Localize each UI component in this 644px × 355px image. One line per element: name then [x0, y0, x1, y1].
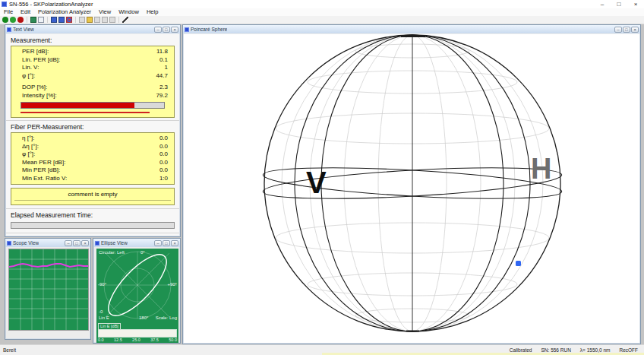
close-button[interactable]: × [171, 27, 178, 33]
text-view-title: Text View [13, 27, 34, 32]
color-settings-icon[interactable] [87, 17, 93, 23]
maximize-button[interactable]: □ [73, 240, 80, 246]
measurement-header: Measurement: [6, 34, 179, 46]
toolbar-separator [27, 17, 27, 23]
menu-help[interactable]: Help [143, 8, 162, 16]
delta-eta-label: Δη [°]: [22, 143, 39, 151]
save-icon[interactable] [51, 17, 57, 23]
phi-value: 44.7 [156, 72, 168, 81]
toolbar [0, 16, 644, 24]
eta-label: η [°]: [22, 135, 35, 143]
per-label: PER [dB]: [22, 48, 49, 56]
main-titlebar[interactable]: SN-556 - SKPolarizationAnalyzer – □ × [0, 0, 644, 8]
menu-window[interactable]: Window [115, 8, 143, 16]
maximize-button[interactable]: □ [623, 27, 630, 33]
comment-underline [14, 200, 171, 201]
dop-label: DOP [%]: [22, 84, 47, 92]
tile-window-icon[interactable] [94, 17, 100, 23]
grid-window-icon[interactable] [109, 17, 115, 23]
minimize-button[interactable]: – [594, 0, 611, 8]
scope-view-titlebar[interactable]: Scope View – □ × [5, 239, 90, 247]
live-green-icon[interactable] [2, 17, 8, 23]
comment-text: comment is empty [68, 191, 118, 198]
close-button[interactable]: × [627, 0, 644, 8]
menu-polarization-analyzer[interactable]: Polarization Analyzer [34, 8, 95, 16]
app-icon [2, 2, 7, 7]
ellipse-top-degree: 0° [140, 250, 145, 255]
close-button[interactable]: × [171, 240, 178, 246]
close-button[interactable]: × [631, 27, 639, 33]
status-serial-run: SN: 556 RUN [541, 347, 570, 353]
measurement-panel: PER [dB]:11.8 Lin. PER [dB]:0.1 Lin. V:1… [11, 46, 175, 118]
scope-view-window: Scope View – □ × [5, 238, 91, 340]
minimize-button[interactable]: – [154, 27, 162, 33]
minimize-button[interactable]: – [614, 27, 622, 33]
maximize-button[interactable]: □ [611, 0, 627, 8]
save-as-icon[interactable] [58, 17, 65, 23]
elapsed-header: Elapsed Measurement Time: [6, 209, 179, 220]
fiber-header: Fiber PER-Measurement: [6, 121, 179, 132]
per-value: 11.8 [156, 48, 168, 56]
lin-e-bar [98, 329, 177, 338]
record-red-icon[interactable] [17, 17, 24, 23]
copy-icon[interactable] [79, 17, 85, 23]
poincare-sphere-view[interactable]: V H [184, 34, 639, 343]
fiber-phi-value: 0.0 [159, 151, 168, 159]
minimize-button[interactable]: – [65, 240, 72, 246]
text-view-titlebar[interactable]: Text View – □ × [5, 25, 180, 33]
ellipse-view-window: Ellipse View – □ × Circular: Left 0° -90… [93, 238, 181, 344]
min-ext-ratio-label: Min Ext. Ratio V: [22, 175, 67, 183]
fiber-panel: η [°]:0.0 Δη [°]:0.0 φ [°]:0.0 Mean PER … [11, 132, 175, 185]
ellipse-scale-label: Scale: Log [156, 315, 177, 321]
status-ready: Bereit [0, 347, 16, 353]
ellipse-right-degree: +90° [167, 282, 177, 287]
child-window-icon [185, 27, 189, 32]
menu-view[interactable]: View [95, 8, 115, 16]
polarization-state-dot [516, 261, 521, 266]
phi-label: φ [°]: [22, 72, 35, 81]
mean-per-value: 0.0 [159, 159, 168, 167]
status-recording: RecOFF [619, 347, 638, 353]
window-icon[interactable] [38, 17, 44, 23]
marker-h-label: H [531, 153, 551, 185]
play-green-icon[interactable] [10, 17, 16, 23]
ellipse-view-titlebar[interactable]: Ellipse View – □ × [93, 239, 180, 247]
delete-file-icon[interactable] [66, 17, 72, 23]
intensity-value: 79.2 [156, 92, 168, 100]
toolbar-separator [118, 17, 119, 23]
chart-icon[interactable] [30, 17, 36, 23]
menubar: File Edit Polarization Analyzer View Win… [0, 8, 644, 16]
child-window-icon [7, 241, 11, 246]
mean-per-label: Mean PER [dB]: [22, 159, 65, 167]
connection-icon[interactable] [122, 17, 128, 23]
elapsed-progressbar [11, 222, 175, 229]
child-window-icon [95, 241, 99, 246]
cascade-window-icon[interactable] [102, 17, 108, 23]
poincare-title: Poincaré Sphere [191, 27, 227, 32]
menu-edit[interactable]: Edit [17, 8, 34, 16]
child-window-icon [7, 27, 11, 32]
intensity-progressbar-fill [21, 103, 134, 108]
tick: 12.5 [114, 338, 122, 342]
scope-view-title: Scope View [13, 240, 39, 246]
ellipse-plot: Circular: Left 0° -90° +90° -0 Lin E 180… [96, 249, 178, 343]
menu-file[interactable]: File [0, 8, 17, 16]
ellipse-state-label: Circular: Left [99, 250, 125, 255]
lin-e-scale: 0.0 12.5 25.0 37.5 50.0 [98, 338, 177, 342]
window-title: SN-556 - SKPolarizationAnalyzer [9, 1, 93, 8]
maximize-button[interactable]: □ [163, 27, 170, 33]
scope-plot [8, 249, 89, 331]
text-view-window: Text View – □ × Measurement: PER [dB]:11… [5, 24, 181, 237]
tick: 0.0 [98, 338, 104, 342]
ellipse-lin-e-label: Lin E [99, 315, 109, 321]
minimize-button[interactable]: – [154, 240, 162, 246]
poincare-titlebar[interactable]: Poincaré Sphere – □ × [183, 25, 640, 33]
toolbar-separator [47, 17, 48, 23]
ellipse-bottom-degree: 180° [139, 315, 148, 321]
eta-value: 0.0 [159, 135, 168, 143]
delta-eta-value: 0.0 [159, 143, 168, 151]
tick: 25.0 [132, 338, 140, 342]
marker-v-label: V [306, 166, 327, 199]
maximize-button[interactable]: □ [163, 240, 170, 246]
close-button[interactable]: × [81, 240, 89, 246]
